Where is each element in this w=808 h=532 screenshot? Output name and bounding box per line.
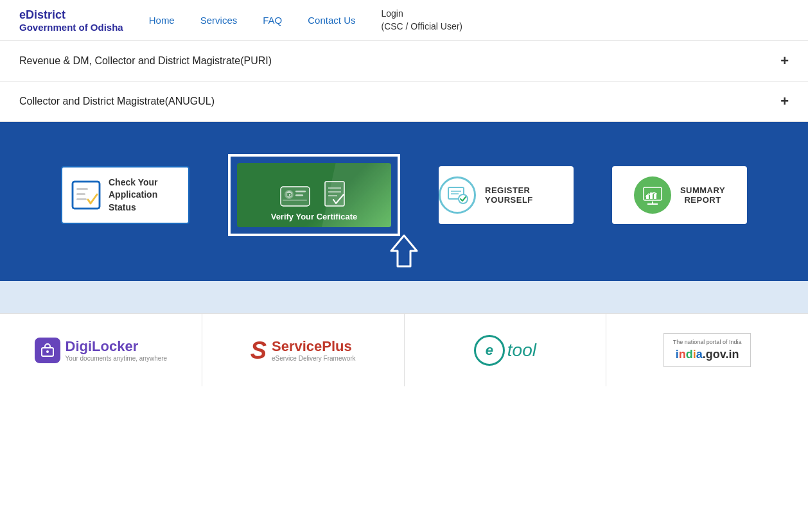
register-card[interactable]: REGISTER YOURSELF [439, 166, 574, 224]
india-gov-logo: The national portal of India india.gov.i… [663, 333, 751, 367]
india-gov-tagline: The national portal of India [673, 339, 742, 345]
check-status-text: Check Your Application Status [109, 176, 180, 214]
svg-rect-7 [295, 191, 306, 193]
serviceplus-sub: eService Delivery Framework [272, 355, 356, 362]
logo-title: eDistrict [19, 8, 123, 22]
svg-rect-9 [283, 200, 307, 201]
logo-subtitle: Government of Odisha [19, 22, 123, 33]
login-area[interactable]: Login (CSC / Official User) [381, 8, 462, 33]
etool-logo: e tool [474, 335, 536, 366]
header: eDistrict Government of Odisha Home Serv… [0, 0, 808, 41]
register-text: REGISTER YOURSELF [485, 185, 574, 205]
partner-serviceplus[interactable]: S ServicePlus eService Delivery Framewor… [202, 314, 405, 386]
nav-home[interactable]: Home [149, 15, 175, 26]
summary-icon [634, 176, 671, 214]
verify-doc-icon [322, 179, 351, 211]
partner-etool[interactable]: e tool [405, 314, 607, 386]
serviceplus-icon: S [250, 338, 267, 363]
register-icon [439, 176, 476, 214]
nav-services[interactable]: Services [200, 15, 238, 26]
divider-strip [0, 281, 808, 313]
summary-text: SUMMARY REPORT [680, 185, 725, 205]
accordion-section: Revenue & DM, Collector and District Mag… [0, 41, 808, 122]
svg-marker-16 [391, 236, 417, 266]
summary-report-card[interactable]: SUMMARY REPORT [612, 166, 747, 224]
upload-arrow-icon [389, 233, 419, 275]
etool-icon: e [474, 335, 505, 366]
blue-banner: Check Your Application Status ID [0, 122, 808, 281]
accordion-item-anugul[interactable]: Collector and District Magistrate(ANUGUL… [0, 82, 808, 122]
svg-rect-23 [650, 193, 653, 199]
verify-cert-text: Verify Your Certificate [271, 212, 358, 221]
etool-text: tool [507, 340, 536, 361]
digilocker-name: DigiLocker [66, 338, 168, 355]
accordion-label-anugul: Collector and District Magistrate(ANUGUL… [19, 96, 215, 107]
serviceplus-name: ServicePlus [272, 338, 356, 355]
india-gov-name: india.gov.in [676, 348, 739, 361]
check-status-card[interactable]: Check Your Application Status [61, 166, 189, 224]
accordion-label-puri: Revenue & DM, Collector and District Mag… [19, 55, 272, 67]
digilocker-icon [35, 338, 60, 363]
svg-rect-24 [654, 194, 656, 199]
partner-digilocker[interactable]: DigiLocker Your documents anytime, anywh… [0, 314, 202, 386]
accordion-expand-icon-anugul: + [780, 93, 789, 110]
partners-section: DigiLocker Your documents anytime, anywh… [0, 313, 808, 386]
verify-cert-icon: ID [277, 178, 313, 213]
check-status-icon [70, 179, 102, 211]
svg-rect-2 [76, 193, 85, 195]
serviceplus-logo: S ServicePlus eService Delivery Framewor… [250, 338, 356, 363]
accordion-item-puri[interactable]: Revenue & DM, Collector and District Mag… [0, 41, 808, 82]
svg-rect-1 [76, 188, 88, 190]
logo-area: eDistrict Government of Odisha [19, 8, 123, 33]
svg-rect-3 [76, 198, 87, 200]
digilocker-logo: DigiLocker Your documents anytime, anywh… [35, 338, 168, 363]
digilocker-sub: Your documents anytime, anywhere [66, 355, 168, 362]
verify-cert-card: ID Verify Your Certificate [237, 163, 391, 227]
svg-text:ID: ID [286, 192, 292, 198]
main-nav: Home Services FAQ Contact Us Login (CSC … [149, 8, 789, 33]
svg-point-28 [46, 350, 49, 353]
partner-india-gov[interactable]: The national portal of India india.gov.i… [606, 314, 808, 386]
nav-contact[interactable]: Contact Us [308, 15, 355, 26]
svg-rect-12 [325, 182, 344, 206]
nav-faq[interactable]: FAQ [263, 15, 282, 26]
svg-rect-8 [295, 194, 303, 196]
accordion-expand-icon-puri: + [780, 53, 789, 69]
verify-cert-wrapper[interactable]: ID Verify Your Certificate [228, 154, 400, 236]
